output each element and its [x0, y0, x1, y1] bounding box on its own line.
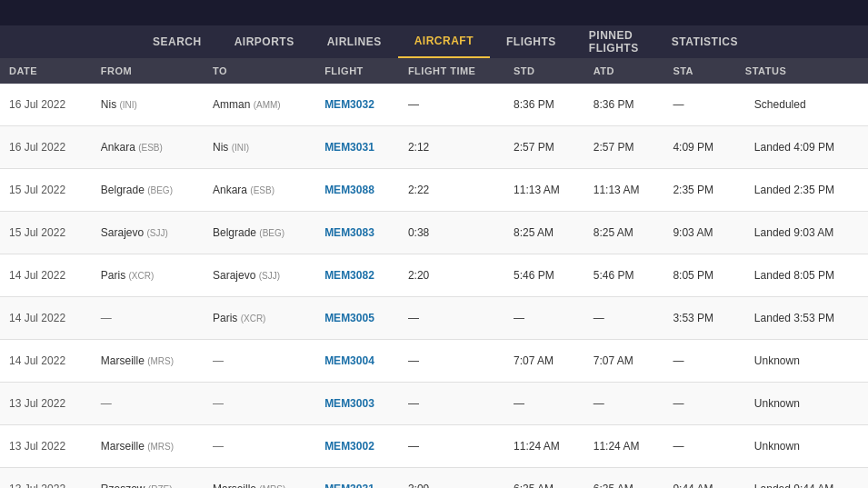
cell-date: 14 Jul 2022 [0, 297, 92, 340]
cell-from: Paris (XCR) [92, 254, 204, 297]
col-header-to: TO [204, 58, 315, 84]
cell-date: 13 Jul 2022 [0, 468, 92, 489]
nav-tab-pinned-flights[interactable]: PINNED FLIGHTS [573, 25, 655, 58]
cell-std: — [504, 297, 584, 340]
cell-sta: 2:35 PM [663, 169, 735, 212]
cell-sta: — [663, 383, 735, 425]
col-header-date: DATE [0, 58, 92, 84]
status-label: Landed 9:44 AM [754, 483, 833, 488]
cell-atd: 11:13 AM [584, 169, 664, 212]
cell-flight[interactable]: MEM3002 [315, 425, 399, 468]
cell-flight-time: 0:38 [399, 212, 504, 254]
cell-flight[interactable]: MEM3032 [315, 84, 399, 126]
nav-tab-flights[interactable]: FLIGHTS [490, 25, 573, 58]
cell-flight-time: 2:20 [399, 254, 504, 297]
cell-status: Landed 9:03 AM [736, 212, 868, 254]
status-label: Landed 3:53 PM [754, 312, 834, 324]
flights-table: DATEFROMTOFLIGHTFLIGHT TIMESTDATDSTASTAT… [0, 58, 868, 488]
table-row: 14 Jul 2022—Paris (XCR)MEM3005———3:53 PM… [0, 297, 868, 340]
nav-tab-search[interactable]: SEARCH [136, 25, 218, 58]
table-row: 13 Jul 2022Marseille (MRS)—MEM3002—11:24… [0, 425, 868, 468]
status-label: Unknown [754, 440, 800, 453]
cell-atd: 7:07 AM [584, 340, 664, 383]
cell-sta: — [663, 340, 735, 383]
status-indicator [745, 220, 749, 245]
cell-flight[interactable]: MEM3003 [315, 383, 399, 425]
col-header-atd: ATD [584, 58, 664, 84]
col-header-status: STATUS [736, 58, 868, 84]
cell-flight[interactable]: MEM3005 [315, 297, 399, 340]
cell-from: Ankara (ESB) [92, 126, 204, 169]
cell-date: 15 Jul 2022 [0, 212, 92, 254]
table-row: 15 Jul 2022Sarajevo (SJJ)Belgrade (BEG)M… [0, 212, 868, 254]
cell-flight-time: — [399, 383, 504, 425]
cell-flight-time: 3:09 [399, 468, 504, 489]
status-indicator [745, 263, 749, 288]
nav-tab-statistics[interactable]: STATISTICS [655, 25, 754, 58]
cell-flight[interactable]: MEM3031 [315, 468, 399, 489]
cell-std: 7:07 AM [504, 340, 584, 383]
cell-sta: — [663, 425, 735, 468]
cell-to: Marseille (MRS) [204, 468, 315, 489]
status-label: Unknown [754, 354, 800, 367]
cell-std: 8:36 PM [504, 84, 584, 126]
cell-to: Sarajevo (SJJ) [204, 254, 315, 297]
cell-from: Belgrade (BEG) [92, 169, 204, 212]
cell-status: Landed 2:35 PM [736, 169, 868, 212]
cell-flight-time: — [399, 425, 504, 468]
cell-atd: 6:35 AM [584, 468, 664, 489]
status-indicator [745, 476, 749, 488]
cell-to: — [204, 383, 315, 425]
cell-to: Amman (AMM) [204, 84, 315, 126]
nav-tab-airlines[interactable]: AIRLINES [311, 25, 398, 58]
cell-flight[interactable]: MEM3082 [315, 254, 399, 297]
status-indicator [745, 305, 749, 331]
cell-date: 13 Jul 2022 [0, 425, 92, 468]
nav-tab-airports[interactable]: AIRPORTS [218, 25, 311, 58]
cell-atd: 5:46 PM [584, 254, 664, 297]
cell-status: Unknown [736, 425, 868, 468]
col-header-sta: STA [663, 58, 735, 84]
cell-status: Landed 3:53 PM [736, 297, 868, 340]
cell-atd: 2:57 PM [584, 126, 664, 169]
nav-tab-aircraft[interactable]: AIRCRAFT [398, 25, 490, 58]
cell-flight-time: — [399, 340, 504, 383]
cell-flight[interactable]: MEM3004 [315, 340, 399, 383]
cell-status: Unknown [736, 383, 868, 425]
cell-from: Sarajevo (SJJ) [92, 212, 204, 254]
table-row: 15 Jul 2022Belgrade (BEG)Ankara (ESB)MEM… [0, 169, 868, 212]
cell-date: 14 Jul 2022 [0, 340, 92, 383]
top-bar [0, 0, 868, 25]
nav-tabs: SEARCHAIRPORTSAIRLINESAIRCRAFTFLIGHTSPIN… [0, 25, 868, 58]
cell-sta: 4:09 PM [663, 126, 735, 169]
col-header-flight: FLIGHT [315, 58, 399, 84]
cell-sta: 9:03 AM [663, 212, 735, 254]
cell-flight[interactable]: MEM3088 [315, 169, 399, 212]
table-row: 13 Jul 2022Rzeszow (RZE)Marseille (MRS)M… [0, 468, 868, 489]
cell-std: 11:13 AM [504, 169, 584, 212]
cell-status: Scheduled [736, 84, 868, 126]
cell-from: — [92, 297, 204, 340]
status-label: Unknown [754, 397, 800, 410]
cell-from: Nis (INI) [92, 84, 204, 126]
table-row: 16 Jul 2022Nis (INI)Amman (AMM)MEM3032—8… [0, 84, 868, 126]
cell-flight-time: — [399, 84, 504, 126]
cell-to: — [204, 425, 315, 468]
cell-atd: 11:24 AM [584, 425, 664, 468]
cell-flight[interactable]: MEM3031 [315, 126, 399, 169]
status-indicator [745, 177, 749, 203]
cell-to: — [204, 340, 315, 383]
cell-from: Marseille (MRS) [92, 340, 204, 383]
cell-date: 14 Jul 2022 [0, 254, 92, 297]
cell-to: Nis (INI) [204, 126, 315, 169]
status-label: Landed 4:09 PM [754, 141, 834, 154]
cell-sta: 8:05 PM [663, 254, 735, 297]
status-label: Scheduled [754, 98, 806, 111]
status-indicator [745, 348, 749, 373]
col-header-flight-time: FLIGHT TIME [399, 58, 504, 84]
cell-flight[interactable]: MEM3083 [315, 212, 399, 254]
cell-flight-time: 2:22 [399, 169, 504, 212]
cell-to: Paris (XCR) [204, 297, 315, 340]
cell-from: — [92, 383, 204, 425]
status-label: Landed 8:05 PM [754, 269, 834, 282]
